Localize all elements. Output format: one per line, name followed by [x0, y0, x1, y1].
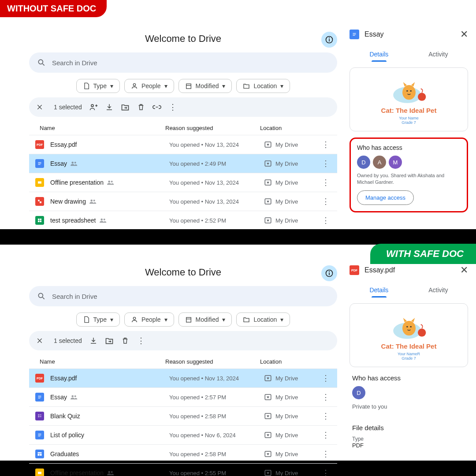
- file-preview[interactable]: Cat: The Ideal Pet Your NameR Grade 7: [350, 303, 468, 367]
- chip-people[interactable]: People▾: [124, 79, 174, 93]
- chip-location[interactable]: Location▾: [236, 79, 290, 93]
- link-button[interactable]: [152, 103, 161, 112]
- avatar[interactable]: M: [389, 156, 402, 169]
- svg-rect-29: [38, 221, 40, 223]
- file-type-icon: PDF: [35, 140, 44, 149]
- row-more-button[interactable]: ⋮: [320, 197, 331, 206]
- access-section-highlighted: Who has access DAM Owned by you. Shared …: [350, 138, 468, 212]
- close-sidebar-button[interactable]: ✕: [460, 29, 468, 40]
- file-row[interactable]: List of policyYou opened • Nov 6, 2024My…: [29, 425, 337, 444]
- avatar[interactable]: D: [357, 156, 370, 169]
- svg-rect-23: [40, 201, 41, 203]
- header-reason: Reason suggested: [165, 358, 260, 365]
- file-location[interactable]: My Drive: [264, 431, 320, 439]
- tab-activity[interactable]: Activity: [428, 47, 448, 61]
- row-more-button[interactable]: ⋮: [320, 392, 331, 402]
- header-name[interactable]: Name: [35, 125, 165, 131]
- download-button[interactable]: [89, 336, 98, 345]
- row-more-button[interactable]: ⋮: [320, 216, 331, 225]
- file-location[interactable]: My Drive: [264, 450, 320, 458]
- move-button[interactable]: [121, 103, 130, 112]
- shared-icon: [100, 218, 107, 223]
- chip-location[interactable]: Location▾: [236, 312, 290, 327]
- svg-rect-28: [40, 219, 42, 220]
- file-row[interactable]: New drawingYou opened • Nov 13, 2024My D…: [29, 192, 337, 211]
- access-title: Who has access: [352, 374, 465, 382]
- close-selection-button[interactable]: [35, 103, 44, 112]
- delete-button[interactable]: [137, 103, 145, 112]
- file-location[interactable]: My Drive: [264, 412, 320, 420]
- person-icon: [131, 82, 138, 89]
- file-location[interactable]: My Drive: [264, 393, 320, 401]
- chip-type[interactable]: Type▾: [76, 79, 120, 93]
- file-reason: You opened • 2:49 PM: [169, 160, 264, 167]
- move-button[interactable]: [105, 336, 114, 345]
- chip-modified[interactable]: Modified▾: [178, 312, 232, 327]
- row-more-button[interactable]: ⋮: [320, 449, 331, 459]
- file-location[interactable]: My Drive: [264, 197, 320, 205]
- more-button[interactable]: ⋮: [137, 336, 145, 345]
- file-row[interactable]: test spreadsheetYou opened • 2:52 PMMy D…: [29, 211, 337, 230]
- download-button[interactable]: [105, 103, 114, 112]
- close-selection-button[interactable]: [35, 336, 44, 345]
- file-row[interactable]: Offline presentationYou opened • 2:55 PM…: [29, 463, 337, 476]
- file-location[interactable]: My Drive: [264, 178, 320, 186]
- tab-details[interactable]: Details: [369, 47, 388, 61]
- file-row[interactable]: Blank QuizYou opened • 2:58 PMMy Drive⋮: [29, 406, 337, 425]
- file-location[interactable]: My Drive: [264, 374, 320, 382]
- row-more-button[interactable]: ⋮: [320, 159, 331, 168]
- file-row[interactable]: GraduatesYou opened • 2:58 PMMy Drive⋮: [29, 444, 337, 463]
- file-row[interactable]: EssayYou opened • 2:57 PMMy Drive⋮: [29, 387, 337, 406]
- tab-details[interactable]: Details: [369, 283, 388, 297]
- avatar[interactable]: D: [352, 386, 365, 399]
- panel-without-safedoc: Welcome to Drive Search in Drive Type▾ P…: [0, 24, 476, 229]
- file-reason: You opened • 2:55 PM: [169, 470, 264, 476]
- svg-point-31: [100, 219, 103, 221]
- file-row[interactable]: PDFEssay.pdfYou opened • Nov 13, 2024My …: [29, 368, 337, 387]
- file-location[interactable]: My Drive: [264, 469, 320, 476]
- header-name[interactable]: Name: [35, 358, 165, 365]
- search-input[interactable]: Search in Drive: [29, 286, 337, 306]
- file-name: test spreadsheet: [50, 217, 169, 224]
- file-name: Offline presentation: [50, 179, 169, 186]
- row-more-button[interactable]: ⋮: [320, 468, 331, 476]
- chip-modified[interactable]: Modified▾: [178, 79, 232, 93]
- chip-type[interactable]: Type▾: [76, 312, 120, 327]
- info-button[interactable]: [321, 265, 337, 281]
- share-button[interactable]: [89, 103, 98, 112]
- drive-icon: [264, 431, 272, 439]
- close-sidebar-button[interactable]: ✕: [460, 264, 468, 276]
- file-row[interactable]: EssayYou opened • 2:49 PMMy Drive⋮: [29, 154, 337, 173]
- tab-activity[interactable]: Activity: [428, 283, 448, 297]
- filter-chips: Type▾ People▾ Modified▾ Location▾: [29, 312, 337, 327]
- manage-access-button[interactable]: Manage access: [357, 190, 414, 205]
- file-reason: You opened • 2:57 PM: [169, 394, 264, 401]
- file-preview[interactable]: Cat: The Ideal Pet Your Name Grade 7: [350, 67, 468, 131]
- page-title: Welcome to Drive: [145, 267, 221, 278]
- file-row[interactable]: Offline presentationYou opened • Nov 13,…: [29, 173, 337, 192]
- selection-toolbar: 1 selected ⋮: [29, 97, 337, 117]
- file-list: PDFEssay.pdfYou opened • Nov 13, 2024My …: [29, 368, 337, 476]
- svg-rect-67: [38, 454, 40, 456]
- file-row[interactable]: PDFEssay.pdfYou opened • Nov 13, 2024My …: [29, 135, 337, 154]
- more-button[interactable]: ⋮: [168, 103, 177, 112]
- search-input[interactable]: Search in Drive: [29, 52, 337, 73]
- row-more-button[interactable]: ⋮: [320, 430, 331, 440]
- sidebar-tabs: Details Activity: [350, 283, 468, 297]
- file-location[interactable]: My Drive: [264, 141, 320, 149]
- chip-people[interactable]: People▾: [124, 312, 174, 327]
- row-more-button[interactable]: ⋮: [320, 178, 331, 187]
- avatar[interactable]: A: [373, 156, 386, 169]
- info-button[interactable]: [321, 32, 337, 48]
- file-reason: You opened • Nov 13, 2024: [169, 375, 264, 382]
- file-location[interactable]: My Drive: [264, 216, 320, 224]
- svg-point-75: [402, 321, 416, 335]
- svg-rect-57: [38, 415, 39, 416]
- file-location[interactable]: My Drive: [264, 160, 320, 167]
- chevron-down-icon: ▾: [222, 316, 225, 323]
- row-more-button[interactable]: ⋮: [320, 411, 331, 421]
- row-more-button[interactable]: ⋮: [320, 140, 331, 149]
- chevron-down-icon: ▾: [164, 316, 167, 323]
- delete-button[interactable]: [121, 336, 130, 345]
- row-more-button[interactable]: ⋮: [320, 373, 331, 383]
